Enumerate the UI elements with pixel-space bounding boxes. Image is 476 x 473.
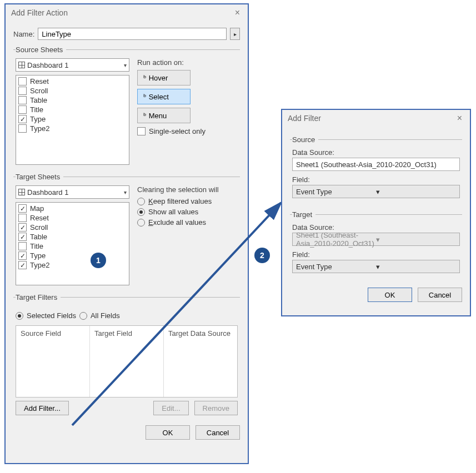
target-ds-label: Data Source: bbox=[292, 223, 460, 232]
add-filter-action-dialog: Add Filter Action × Name: ▸ Source Sheet… bbox=[4, 3, 249, 464]
titlebar: Add Filter × bbox=[282, 110, 470, 127]
checkbox-icon[interactable] bbox=[18, 214, 27, 222]
name-arrow-icon[interactable]: ▸ bbox=[230, 28, 240, 40]
keep-radio[interactable]: Keep filtered values bbox=[137, 197, 238, 205]
checkbox-icon[interactable]: ✓ bbox=[18, 204, 27, 213]
name-input[interactable] bbox=[38, 28, 227, 40]
target-sheets-group: Target Sheets Dashboard 1 ▾ ✓Map Reset ✓… bbox=[13, 173, 240, 288]
list-item[interactable]: Reset bbox=[18, 77, 127, 86]
target-filters-group: Target Filters Selected Fields All Field… bbox=[13, 293, 240, 417]
filters-table[interactable]: Source Field Target Field Target Data So… bbox=[16, 325, 238, 397]
checkbox-icon[interactable]: ✓ bbox=[18, 223, 27, 232]
callout-two: 2 bbox=[254, 248, 270, 263]
list-item[interactable]: ✓Scroll bbox=[18, 223, 127, 232]
checkbox-icon[interactable]: ✓ bbox=[18, 233, 27, 241]
radio-icon[interactable] bbox=[137, 219, 145, 227]
source-dashboard-value: Dashboard 1 bbox=[27, 61, 124, 69]
checkbox-icon[interactable] bbox=[18, 124, 27, 133]
single-select-label: Single-select only bbox=[149, 127, 206, 135]
col-target-ds: Target Data Source bbox=[164, 326, 237, 397]
source-field-label: Field: bbox=[292, 175, 460, 184]
target-ds-value: Sheet1 (Southeast-Asia_2010-2020_Oct31) bbox=[296, 231, 376, 248]
checkbox-icon[interactable] bbox=[18, 242, 27, 250]
source-ds-value: Sheet1 (Southeast-Asia_2010-2020_Oct31) bbox=[296, 160, 456, 169]
exclude-radio[interactable]: Exclude all values bbox=[137, 218, 238, 227]
list-item[interactable]: Title bbox=[18, 241, 127, 251]
menu-button[interactable]: ᵇ Menu bbox=[137, 108, 191, 123]
chevron-down-icon: ▾ bbox=[376, 263, 456, 271]
list-item[interactable]: Table bbox=[18, 95, 127, 105]
list-item[interactable]: ✓Map bbox=[18, 204, 127, 213]
source-group: Source Data Source: Sheet1 (Southeast-As… bbox=[290, 135, 462, 205]
target-field-combo[interactable]: Event Type ▾ bbox=[292, 260, 460, 273]
add-filter-button[interactable]: Add Filter... bbox=[16, 401, 69, 415]
list-item[interactable]: ✓Type bbox=[18, 251, 127, 260]
target-field-label: Field: bbox=[292, 250, 460, 259]
dashboard-icon bbox=[18, 62, 25, 68]
checkbox-icon[interactable]: ✓ bbox=[18, 251, 27, 260]
chevron-down-icon: ▾ bbox=[124, 189, 127, 195]
checkbox-icon[interactable]: ✓ bbox=[18, 115, 27, 123]
list-item[interactable]: ✓Type bbox=[18, 114, 127, 124]
checkbox-icon[interactable] bbox=[18, 96, 27, 104]
dialog-title: Add Filter Action bbox=[11, 8, 68, 17]
radio-icon[interactable] bbox=[16, 312, 23, 320]
titlebar: Add Filter Action × bbox=[6, 4, 248, 21]
list-item[interactable]: Scroll bbox=[18, 86, 127, 95]
target-sheets-legend: Target Sheets bbox=[16, 173, 63, 181]
target-dashboard-value: Dashboard 1 bbox=[27, 188, 124, 197]
source-field-value: Event Type bbox=[296, 188, 376, 196]
source-sheets-listbox[interactable]: Reset Scroll Table Title ✓Type Type2 bbox=[16, 75, 129, 165]
show-radio[interactable]: Show all values bbox=[137, 208, 238, 216]
col-target-field: Target Field bbox=[90, 326, 164, 397]
target-dashboard-combo[interactable]: Dashboard 1 ▾ bbox=[16, 185, 129, 199]
checkbox-icon[interactable] bbox=[137, 127, 146, 135]
checkbox-icon[interactable] bbox=[18, 87, 27, 95]
checkbox-icon[interactable] bbox=[18, 77, 27, 85]
source-ds-label: Data Source: bbox=[292, 148, 460, 157]
all-fields-radio[interactable]: All Fields bbox=[79, 311, 120, 320]
source-ds-combo[interactable]: Sheet1 (Southeast-Asia_2010-2020_Oct31) bbox=[292, 158, 460, 171]
cancel-button[interactable]: Cancel bbox=[418, 288, 462, 302]
col-source-field: Source Field bbox=[16, 326, 90, 397]
radio-icon[interactable] bbox=[137, 208, 145, 216]
target-field-value: Event Type bbox=[296, 263, 376, 271]
target-filters-legend: Target Filters bbox=[16, 293, 61, 301]
edit-button[interactable]: Edit... bbox=[153, 401, 188, 415]
chevron-down-icon: ▾ bbox=[376, 188, 456, 196]
source-sheets-group: Source Sheets Dashboard 1 ▾ Reset Scroll… bbox=[13, 46, 240, 167]
source-sheets-legend: Source Sheets bbox=[16, 46, 66, 54]
selected-fields-radio[interactable]: Selected Fields bbox=[16, 311, 76, 320]
select-button[interactable]: ᵇ Select bbox=[137, 89, 191, 104]
list-item[interactable]: ✓Table bbox=[18, 232, 127, 241]
chevron-down-icon: ▾ bbox=[124, 62, 127, 68]
close-icon[interactable]: × bbox=[455, 113, 464, 123]
radio-icon[interactable] bbox=[137, 198, 145, 205]
ok-button[interactable]: OK bbox=[146, 425, 190, 440]
source-dashboard-combo[interactable]: Dashboard 1 ▾ bbox=[16, 58, 129, 72]
list-item[interactable]: Type2 bbox=[18, 124, 127, 133]
list-item[interactable]: Title bbox=[18, 105, 127, 114]
target-group: Target Data Source: Sheet1 (Southeast-As… bbox=[290, 210, 462, 280]
chevron-down-icon: ▾ bbox=[376, 235, 456, 244]
source-field-combo[interactable]: Event Type ▾ bbox=[292, 185, 460, 198]
add-filter-dialog: Add Filter × Source Data Source: Sheet1 … bbox=[281, 109, 471, 316]
checkbox-icon[interactable] bbox=[18, 105, 27, 114]
name-label: Name: bbox=[13, 30, 34, 38]
close-icon[interactable]: × bbox=[233, 8, 242, 18]
checkbox-icon[interactable]: ✓ bbox=[18, 261, 27, 269]
remove-button[interactable]: Remove bbox=[194, 401, 238, 415]
list-item[interactable]: Reset bbox=[18, 213, 127, 223]
cancel-button[interactable]: Cancel bbox=[196, 425, 240, 440]
ok-button[interactable]: OK bbox=[368, 288, 412, 302]
target-sheets-listbox[interactable]: ✓Map Reset ✓Scroll ✓Table Title ✓Type ✓T… bbox=[16, 202, 129, 285]
callout-one: 1 bbox=[91, 253, 106, 268]
target-ds-combo: Sheet1 (Southeast-Asia_2010-2020_Oct31) … bbox=[292, 233, 460, 246]
list-item[interactable]: ✓Type2 bbox=[18, 260, 127, 270]
target-legend: Target bbox=[292, 210, 315, 219]
source-legend: Source bbox=[292, 135, 318, 144]
radio-icon[interactable] bbox=[79, 312, 87, 320]
clearing-label: Clearing the selection will bbox=[137, 185, 238, 194]
dashboard-icon bbox=[18, 189, 25, 195]
hover-button[interactable]: ᵇ Hover bbox=[137, 70, 191, 85]
